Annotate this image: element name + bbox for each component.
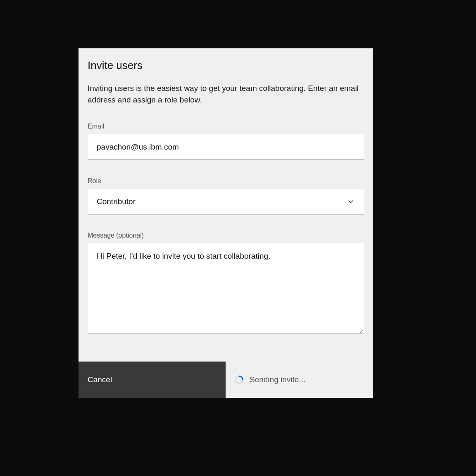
email-field-group: Email bbox=[88, 123, 364, 160]
email-label: Email bbox=[88, 123, 364, 130]
loading-spinner-icon bbox=[235, 375, 244, 384]
modal-body: Invite users Inviting users is the easie… bbox=[79, 48, 373, 335]
submit-button-loading: Sending invite... bbox=[226, 362, 373, 398]
submit-button-label: Sending invite... bbox=[250, 375, 305, 384]
cancel-button-label: Cancel bbox=[88, 375, 112, 384]
role-field-group: Role Contributor bbox=[88, 177, 364, 214]
email-input[interactable] bbox=[88, 134, 364, 160]
role-select[interactable]: Contributor bbox=[88, 189, 364, 214]
cancel-button[interactable]: Cancel bbox=[79, 362, 226, 398]
message-textarea[interactable] bbox=[88, 243, 364, 333]
role-label: Role bbox=[88, 177, 364, 185]
chevron-down-icon bbox=[347, 198, 355, 205]
message-field-group: Message (optional) bbox=[88, 232, 364, 335]
message-label: Message (optional) bbox=[88, 232, 364, 239]
modal-description: Inviting users is the easiest way to get… bbox=[88, 83, 364, 105]
modal-footer: Cancel Sending invite... bbox=[79, 362, 373, 398]
invite-users-modal: Invite users Inviting users is the easie… bbox=[79, 48, 373, 398]
role-selected-value: Contributor bbox=[97, 197, 347, 206]
modal-title: Invite users bbox=[88, 59, 364, 72]
